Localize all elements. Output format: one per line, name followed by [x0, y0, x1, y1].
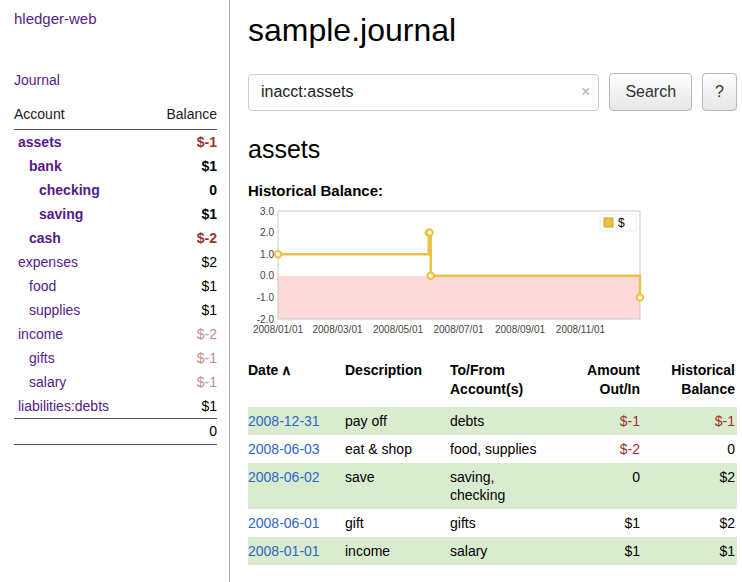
account-balance-assets: $-1 — [146, 130, 217, 155]
amount-header-line1: Amount — [572, 361, 640, 380]
accounts-header-line2: Account(s) — [450, 380, 562, 399]
account-link-supplies[interactable]: supplies — [29, 302, 80, 318]
sort-ascending-icon: ∧ — [281, 362, 291, 378]
account-row-cash: cash $-2 — [14, 226, 217, 250]
account-row-expenses: expenses $2 — [14, 250, 217, 274]
transaction-date-link[interactable]: 2008-12-31 — [248, 413, 320, 429]
transaction-amount: $-1 — [572, 407, 650, 435]
register-table: Date∧ Description To/From Account(s) Amo… — [248, 361, 737, 565]
transaction-description: income — [345, 537, 450, 565]
account-link-food[interactable]: food — [29, 278, 56, 294]
transaction-description: gift — [345, 509, 450, 537]
account-row-checking: checking 0 — [14, 178, 217, 202]
register-row: 2008-06-02 save saving, checking 0 $2 — [248, 463, 737, 509]
transaction-balance: $-1 — [650, 407, 737, 435]
svg-text:2008/09/01: 2008/09/01 — [495, 324, 545, 335]
accounts-total-row: 0 — [14, 419, 217, 445]
transaction-balance: 0 — [650, 435, 737, 463]
transaction-date-link[interactable]: 2008-06-03 — [248, 441, 320, 457]
register-row: 2008-01-01 income salary $1 $1 — [248, 537, 737, 565]
account-link-cash[interactable]: cash — [29, 230, 61, 246]
clear-search-icon[interactable]: × — [581, 82, 590, 102]
account-link-bank[interactable]: bank — [29, 158, 62, 174]
nav-journal-link[interactable]: Journal — [14, 72, 217, 88]
balance-header-line2: Balance — [650, 380, 735, 399]
help-button[interactable]: ? — [702, 73, 737, 111]
svg-text:0.0: 0.0 — [260, 270, 274, 281]
account-balance-saving: $1 — [146, 202, 217, 226]
accounts-header-row: Account Balance — [14, 102, 217, 130]
amount-header-line2: Out/In — [572, 380, 640, 399]
main-content: sample.journal × Search ? assets Histori… — [230, 0, 742, 565]
svg-text:2008/07/01: 2008/07/01 — [433, 324, 483, 335]
search-form: × Search ? — [248, 73, 737, 111]
svg-text:-1.0: -1.0 — [257, 292, 275, 303]
account-link-gifts[interactable]: gifts — [29, 350, 55, 366]
account-row-income: income $-2 — [14, 322, 217, 346]
svg-text:3.0: 3.0 — [260, 206, 274, 217]
register-header-description: Description — [345, 361, 450, 407]
accounts-total: 0 — [146, 419, 217, 445]
search-input[interactable] — [248, 74, 599, 111]
accounts-table: Account Balance assets $-1 bank $1 check… — [14, 102, 217, 445]
transaction-balance: $2 — [650, 463, 737, 509]
transaction-balance: $2 — [650, 509, 737, 537]
account-link-checking[interactable]: checking — [39, 182, 100, 198]
historical-balance-chart: 3.02.01.00.0-1.0-2.02008/01/012008/03/01… — [248, 205, 646, 343]
svg-text:1.0: 1.0 — [260, 249, 274, 260]
account-link-income[interactable]: income — [18, 326, 63, 342]
transaction-description: eat & shop — [345, 435, 450, 463]
account-balance-gifts: $-1 — [146, 346, 217, 370]
account-link-salary[interactable]: salary — [29, 374, 66, 390]
transaction-accounts: gifts — [450, 509, 572, 537]
transaction-amount: $1 — [572, 509, 650, 537]
account-row-gifts: gifts $-1 — [14, 346, 217, 370]
account-row-liabilities-debts: liabilities:debts $1 — [14, 394, 217, 419]
transaction-date-link[interactable]: 2008-01-01 — [248, 543, 320, 559]
page-title: sample.journal — [248, 12, 736, 49]
account-heading: assets — [248, 135, 736, 164]
sidebar: hledger-web Journal Account Balance asse… — [0, 0, 230, 582]
svg-text:2008/03/01: 2008/03/01 — [312, 324, 362, 335]
transaction-accounts: debts — [450, 407, 572, 435]
svg-text:2008/11/01: 2008/11/01 — [556, 324, 606, 335]
account-link-liabilities-debts[interactable]: liabilities:debts — [18, 398, 109, 414]
svg-text:2.0: 2.0 — [260, 227, 274, 238]
account-row-supplies: supplies $1 — [14, 298, 217, 322]
svg-text:2008/01/01: 2008/01/01 — [253, 324, 303, 335]
account-balance-checking: 0 — [146, 178, 217, 202]
register-header-balance: Historical Balance — [650, 361, 737, 407]
account-balance-income: $-2 — [146, 322, 217, 346]
transaction-description: save — [345, 463, 450, 509]
description-header-label: Description — [345, 362, 422, 378]
register-header-date[interactable]: Date∧ — [248, 361, 345, 407]
accounts-header-line1: To/From — [450, 361, 562, 380]
register-header-accounts: To/From Account(s) — [450, 361, 572, 407]
transaction-accounts: salary — [450, 537, 572, 565]
date-header-label: Date — [248, 362, 278, 378]
search-button[interactable]: Search — [609, 73, 692, 111]
search-box: × — [248, 74, 599, 111]
account-balance-bank: $1 — [146, 154, 217, 178]
register-header-row: Date∧ Description To/From Account(s) Amo… — [248, 361, 737, 407]
svg-text:2008/05/01: 2008/05/01 — [373, 324, 423, 335]
register-row: 2008-06-01 gift gifts $1 $2 — [248, 509, 737, 537]
account-link-expenses[interactable]: expenses — [18, 254, 78, 270]
register-header-amount: Amount Out/In — [572, 361, 650, 407]
svg-text:-2.0: -2.0 — [257, 314, 275, 325]
transaction-description: pay off — [345, 407, 450, 435]
transaction-date-link[interactable]: 2008-06-02 — [248, 469, 320, 485]
register-row: 2008-12-31 pay off debts $-1 $-1 — [248, 407, 737, 435]
account-row-assets: assets $-1 — [14, 130, 217, 155]
transaction-accounts: saving, checking — [450, 463, 572, 509]
transaction-date-link[interactable]: 2008-06-01 — [248, 515, 320, 531]
transaction-balance: $1 — [650, 537, 737, 565]
transaction-amount: 0 — [572, 463, 650, 509]
account-balance-liabilities-debts: $1 — [146, 394, 217, 419]
account-link-assets[interactable]: assets — [18, 134, 62, 150]
account-link-saving[interactable]: saving — [39, 206, 83, 222]
transaction-amount: $-2 — [572, 435, 650, 463]
account-row-food: food $1 — [14, 274, 217, 298]
app-title-link[interactable]: hledger-web — [14, 10, 97, 27]
svg-text:$: $ — [618, 216, 625, 230]
